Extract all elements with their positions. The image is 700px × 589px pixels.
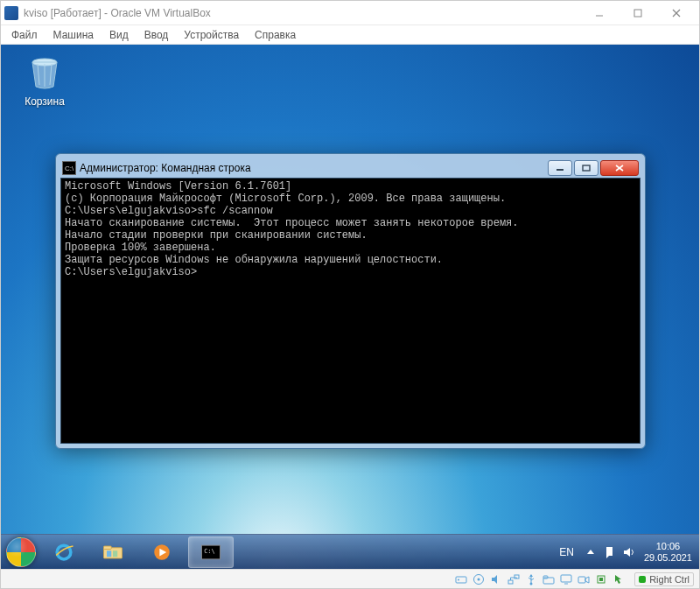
svg-marker-42 xyxy=(585,577,589,583)
close-button[interactable] xyxy=(657,1,696,25)
recycle-bin[interactable]: Корзина xyxy=(11,52,78,108)
cmd-titlebar[interactable]: C:\ Администратор: Командная строка xyxy=(60,158,640,178)
cmd-line: Начато сканирование системы. Этот процес… xyxy=(65,217,636,229)
language-indicator[interactable]: EN xyxy=(556,544,578,560)
file-explorer-icon xyxy=(101,542,125,563)
menu-file[interactable]: Файл xyxy=(4,27,45,43)
taskbar-cmd[interactable]: C:\ xyxy=(188,536,234,568)
taskbar-ie[interactable] xyxy=(41,536,87,568)
svg-rect-22 xyxy=(606,547,612,556)
svg-text:C:\: C:\ xyxy=(204,547,215,554)
svg-marker-29 xyxy=(492,575,497,584)
tray-chevron-icon[interactable] xyxy=(584,546,597,558)
svg-marker-24 xyxy=(624,548,630,557)
maximize-button[interactable] xyxy=(619,1,657,25)
cmd-window[interactable]: C:\ Администратор: Командная строка xyxy=(55,153,646,449)
svg-rect-30 xyxy=(508,580,513,584)
volume-icon[interactable] xyxy=(623,546,637,558)
recycle-bin-label: Корзина xyxy=(11,95,78,108)
taskbar: C:\ EN 10:06 29.05.2021 xyxy=(1,534,699,569)
host-key-indicator[interactable]: Right Ctrl xyxy=(634,572,694,586)
vbox-titlebar[interactable]: kviso [Работает] - Oracle VM VirtualBox xyxy=(1,1,699,25)
windows-logo-icon xyxy=(6,537,36,567)
minimize-button[interactable] xyxy=(580,1,619,25)
vbox-statusbar: Right Ctrl xyxy=(1,569,699,588)
media-player-icon xyxy=(150,542,174,563)
taskbar-explorer[interactable] xyxy=(90,536,136,568)
svg-rect-41 xyxy=(578,577,585,583)
menu-machine[interactable]: Машина xyxy=(46,27,101,43)
status-recording-icon[interactable] xyxy=(577,572,591,586)
menu-input[interactable]: Ввод xyxy=(137,27,176,43)
close-icon xyxy=(672,9,681,18)
clock-date: 29.05.2021 xyxy=(644,552,692,564)
host-key-label: Right Ctrl xyxy=(649,574,690,585)
vbox-menubar: Файл Машина Вид Ввод Устройства Справка xyxy=(1,25,699,45)
svg-rect-9 xyxy=(583,165,590,171)
virtualbox-window: kviso [Работает] - Oracle VM VirtualBox … xyxy=(0,0,700,589)
svg-marker-21 xyxy=(587,550,594,554)
cmd-line: (c) Корпорация Майкрософт (Microsoft Cor… xyxy=(65,193,636,205)
host-key-dot-icon xyxy=(639,576,646,583)
menu-devices[interactable]: Устройства xyxy=(177,27,246,43)
svg-marker-23 xyxy=(606,556,609,558)
close-icon xyxy=(614,164,625,172)
minimize-icon xyxy=(595,9,604,18)
menu-view[interactable]: Вид xyxy=(102,27,136,43)
cmd-line: C:\Users\elgujakviso> xyxy=(65,266,636,278)
minimize-icon xyxy=(556,165,564,172)
cmd-line: Начало стадии проверки при сканировании … xyxy=(65,229,636,242)
svg-rect-25 xyxy=(456,577,466,583)
status-network-icon[interactable] xyxy=(507,572,521,586)
internet-explorer-icon xyxy=(52,542,76,563)
cmd-title: Администратор: Командная строка xyxy=(80,162,548,174)
clock[interactable]: 10:06 29.05.2021 xyxy=(644,541,692,564)
menu-help[interactable]: Справка xyxy=(248,27,303,43)
action-center-icon[interactable] xyxy=(604,546,616,558)
start-button[interactable] xyxy=(3,536,39,569)
cmd-minimize-button[interactable] xyxy=(548,160,572,176)
svg-point-26 xyxy=(458,578,459,580)
svg-point-28 xyxy=(478,578,480,580)
svg-rect-1 xyxy=(634,10,641,17)
status-optical-icon[interactable] xyxy=(472,572,486,586)
maximize-icon xyxy=(582,165,591,172)
svg-marker-34 xyxy=(529,574,533,577)
vbox-title: kviso [Работает] - Oracle VM VirtualBox xyxy=(24,7,580,19)
cmd-line: Защита ресурсов Windows не обнаружила на… xyxy=(65,254,636,266)
cmd-close-button[interactable] xyxy=(600,160,639,176)
status-audio-icon[interactable] xyxy=(489,572,503,586)
svg-rect-14 xyxy=(104,546,112,550)
cmd-output[interactable]: Microsoft Windows [Version 6.1.7601](c) … xyxy=(60,178,640,444)
maximize-icon xyxy=(634,9,642,18)
cmd-line: Проверка 100% завершена. xyxy=(65,242,636,254)
status-shared-folders-icon[interactable] xyxy=(542,572,556,586)
svg-rect-16 xyxy=(113,550,117,557)
status-mouse-integration-icon[interactable] xyxy=(612,572,626,586)
cmd-line: Microsoft Windows [Version 6.1.7601] xyxy=(65,180,636,193)
system-tray: EN 10:06 29.05.2021 xyxy=(556,541,697,564)
guest-display[interactable]: Корзина C:\ Администратор: Командная стр… xyxy=(1,45,699,569)
status-processor-icon[interactable] xyxy=(594,572,608,586)
svg-rect-44 xyxy=(599,578,603,581)
status-hdd-icon[interactable] xyxy=(454,572,468,586)
taskbar-media-player[interactable] xyxy=(139,536,185,568)
windows-desktop[interactable]: Корзина C:\ Администратор: Командная стр… xyxy=(1,45,699,569)
recycle-bin-icon xyxy=(24,52,66,94)
cmd-maximize-button[interactable] xyxy=(574,160,598,176)
status-usb-icon[interactable] xyxy=(524,572,538,586)
cmd-icon: C:\ xyxy=(62,161,76,175)
virtualbox-icon xyxy=(4,6,18,20)
cmd-icon: C:\ xyxy=(199,542,223,563)
cmd-line: C:\Users\elgujakviso>sfc /scannow xyxy=(65,205,636,217)
status-display-icon[interactable] xyxy=(559,572,573,586)
svg-rect-39 xyxy=(561,575,571,582)
svg-rect-15 xyxy=(107,550,111,557)
clock-time: 10:06 xyxy=(644,541,692,552)
